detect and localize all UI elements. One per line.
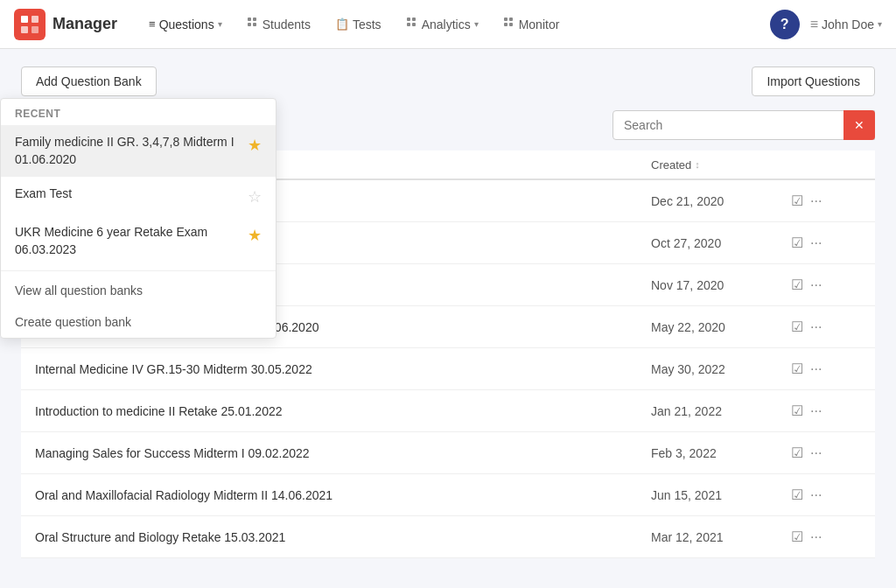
dropdown-star-icon[interactable]: ☆ [248,187,262,206]
table-row[interactable]: Oral Structure and Biology Retake 15.03.… [21,516,875,558]
row-checkbox-icon[interactable]: ☑ [791,402,803,419]
hamburger-icon: ≡ [810,17,818,32]
svg-rect-8 [407,18,410,21]
row-date: Mar 12, 2021 [651,530,791,544]
user-chevron-icon: ▾ [878,19,882,29]
table-row[interactable]: Internal Medicine IV GR.15-30 Midterm 30… [21,348,875,390]
dropdown-panel: RECENT Family medicine II GR. 3,4,7,8 Mi… [0,98,276,339]
row-date: May 22, 2020 [651,320,791,334]
dropdown-action-item[interactable]: View all question banks [1,275,276,306]
nav-bar: ≡ Questions ▾ Students 📋 Tests Analytics… [138,11,763,37]
row-more-icon[interactable]: ··· [810,319,822,335]
nav-item-students[interactable]: Students [236,11,321,37]
row-more-icon[interactable]: ··· [810,529,822,545]
questions-nav-icon: ≡ [149,18,156,31]
svg-rect-0 [21,16,28,23]
dropdown-star-icon[interactable]: ★ [248,226,262,245]
row-actions: ☑ ··· [791,276,861,293]
main-content: Add Question Bank Import Questions ✕ Que… [0,49,896,576]
svg-rect-10 [407,23,410,26]
row-checkbox-icon[interactable]: ☑ [791,192,803,209]
row-actions: ☑ ··· [791,360,861,377]
col-created-header: Created ↕ [651,158,791,172]
svg-rect-6 [248,23,251,26]
svg-rect-12 [504,18,508,21]
svg-rect-1 [32,16,38,23]
row-date: Dec 21, 2020 [651,194,791,208]
row-more-icon[interactable]: ··· [810,193,822,209]
help-button[interactable]: ? [770,10,800,39]
nav-questions-label: Questions [159,18,214,32]
nav-tests-label: Tests [353,18,382,32]
row-actions: ☑ ··· [791,234,861,251]
user-menu[interactable]: ≡ John Doe ▾ [810,17,882,32]
row-date: Oct 27, 2020 [651,236,791,250]
nav-item-questions[interactable]: ≡ Questions ▾ [138,12,233,37]
row-more-icon[interactable]: ··· [810,361,822,377]
dropdown-recent-text: Exam Test [15,186,241,203]
created-sort-icon[interactable]: ↕ [695,159,700,170]
table-row[interactable]: Introduction to medicine II Retake 25.01… [21,390,875,432]
row-checkbox-icon[interactable]: ☑ [791,444,803,461]
nav-item-monitor[interactable]: Monitor [493,11,570,37]
row-checkbox-icon[interactable]: ☑ [791,234,803,251]
row-date: Nov 17, 2020 [651,278,791,292]
table-row[interactable]: Managing Sales for Success Midterm I 09.… [21,432,875,474]
search-button[interactable]: ✕ [844,110,875,140]
row-actions: ☑ ··· [791,528,861,545]
svg-rect-15 [509,23,513,26]
nav-analytics-label: Analytics [422,18,471,32]
nav-item-analytics[interactable]: Analytics ▾ [396,11,489,37]
search-wrapper: ✕ [612,110,875,140]
row-checkbox-icon[interactable]: ☑ [791,360,803,377]
row-name: Introduction to medicine II Retake 25.01… [35,404,651,418]
dropdown-recent-item[interactable]: Exam Test ☆ [1,177,276,215]
monitor-nav-icon [503,17,515,32]
dropdown-recent-text: UKR Medicine 6 year Retake Exam 06.03.20… [15,224,241,258]
row-more-icon[interactable]: ··· [810,445,822,461]
search-icon: ✕ [854,118,864,132]
user-name-label: John Doe [822,18,874,32]
row-more-icon[interactable]: ··· [810,235,822,251]
analytics-chevron-icon: ▾ [474,19,479,29]
row-checkbox-icon[interactable]: ☑ [791,318,803,335]
import-questions-button[interactable]: Import Questions [752,66,875,96]
header-right: ? ≡ John Doe ▾ [770,10,882,39]
row-checkbox-icon[interactable]: ☑ [791,528,803,545]
search-input[interactable] [612,110,875,140]
tests-nav-icon: 📋 [335,18,349,31]
svg-rect-14 [504,23,508,26]
app-logo-text: Manager [52,15,117,33]
svg-rect-7 [253,23,256,26]
row-name: Oral and Maxillofacial Radiology Midterm… [35,488,651,502]
row-checkbox-icon[interactable]: ☑ [791,486,803,503]
dropdown-recent-list: Family medicine II GR. 3,4,7,8 Midterm I… [1,125,276,267]
svg-rect-13 [509,18,513,21]
app-header: Manager ≡ Questions ▾ Students 📋 Tests A… [0,0,896,49]
row-name: Internal Medicine IV GR.15-30 Midterm 30… [35,362,651,376]
row-checkbox-icon[interactable]: ☑ [791,276,803,293]
row-date: Jan 21, 2022 [651,404,791,418]
row-actions: ☑ ··· [791,444,861,461]
svg-rect-3 [32,26,38,33]
dropdown-star-icon[interactable]: ★ [248,136,262,155]
dropdown-recent-item[interactable]: Family medicine II GR. 3,4,7,8 Midterm I… [1,125,276,177]
dropdown-divider [1,270,276,271]
row-date: May 30, 2022 [651,362,791,376]
row-date: Feb 3, 2022 [651,446,791,460]
row-more-icon[interactable]: ··· [810,403,822,419]
row-more-icon[interactable]: ··· [810,277,822,293]
table-row[interactable]: Oral and Maxillofacial Radiology Midterm… [21,474,875,516]
dropdown-recent-item[interactable]: UKR Medicine 6 year Retake Exam 06.03.20… [1,215,276,267]
add-question-bank-button[interactable]: Add Question Bank [21,66,157,96]
row-actions: ☑ ··· [791,402,861,419]
row-actions: ☑ ··· [791,192,861,209]
nav-item-tests[interactable]: 📋 Tests [325,12,392,37]
dropdown-action-item[interactable]: Create question bank [1,306,276,338]
dropdown-recent-text: Family medicine II GR. 3,4,7,8 Midterm I… [15,134,241,168]
row-more-icon[interactable]: ··· [810,487,822,503]
row-name: Oral Structure and Biology Retake 15.03.… [35,530,651,544]
svg-rect-2 [21,26,28,33]
svg-rect-4 [248,18,251,21]
row-date: Jun 15, 2021 [651,488,791,502]
